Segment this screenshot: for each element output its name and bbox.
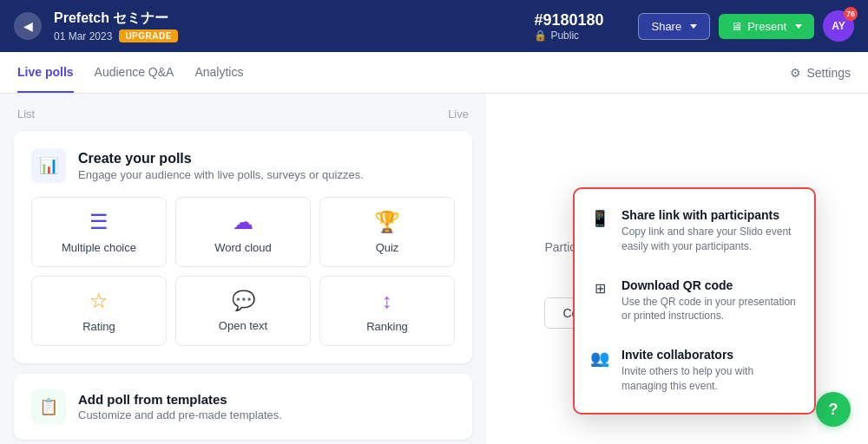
add-templates-card: 📋 Add poll from templates Customize and …: [14, 374, 472, 440]
rating-icon: ☆: [89, 289, 108, 313]
event-number: #9180180: [534, 11, 603, 29]
ranking-label: Ranking: [366, 320, 408, 333]
invite-desc: Invite others to help you with managing …: [621, 364, 799, 394]
dropdown-item-share-link[interactable]: 📱 Share link with participants Copy link…: [575, 196, 814, 266]
main-content: List Live 📊 Create your polls Engage you…: [0, 94, 868, 444]
avatar-notification-badge: 76: [844, 7, 858, 21]
share-label: Share: [651, 20, 681, 33]
word-cloud-label: Word cloud: [214, 241, 272, 254]
present-button[interactable]: 🖥 Present: [719, 14, 814, 39]
people-icon: 👥: [590, 349, 609, 368]
share-link-content: Share link with participants Copy link a…: [621, 208, 799, 254]
dropdown-item-invite[interactable]: 👥 Invite collaborators Invite others to …: [575, 336, 814, 406]
panel-header: List Live: [14, 108, 472, 121]
share-link-desc: Copy link and share your Slido event eas…: [621, 225, 799, 254]
create-polls-title: Create your polls: [78, 151, 364, 166]
tab-analytics-label: Analytics: [194, 65, 243, 79]
question-icon: ?: [829, 401, 838, 419]
back-button[interactable]: ◀: [14, 12, 42, 40]
avatar-initials: AY: [832, 20, 845, 32]
list-label: List: [17, 108, 35, 121]
poll-type-open-text[interactable]: 💬 Open text: [175, 276, 311, 346]
share-button[interactable]: Share: [638, 13, 710, 40]
poll-type-rating[interactable]: ☆ Rating: [31, 276, 167, 346]
help-button[interactable]: ?: [816, 392, 851, 427]
create-polls-description: Engage your audience with live polls, su…: [78, 168, 364, 181]
create-polls-text: Create your polls Engage your audience w…: [78, 151, 364, 181]
settings-label: Settings: [806, 66, 851, 80]
share-chevron-icon: [690, 24, 697, 29]
tab-live-polls-label: Live polls: [17, 65, 74, 79]
qr-code-desc: Use the QR code in your presentation or …: [621, 295, 799, 324]
word-cloud-icon: ☁: [233, 210, 253, 234]
share-link-title: Share link with participants: [621, 208, 799, 222]
app-header: ◀ Prefetch セミナー 01 Mar 2023 UPGRADE #918…: [0, 0, 868, 52]
settings-button[interactable]: ⚙ Settings: [790, 66, 851, 80]
event-visibility: 🔒 Public: [534, 29, 603, 42]
header-subtitle: 01 Mar 2023 UPGRADE: [54, 29, 499, 42]
present-chevron-icon: [795, 24, 802, 29]
quiz-icon: 🏆: [374, 210, 400, 234]
event-date: 01 Mar 2023: [54, 30, 112, 42]
tab-audience-qa[interactable]: Audience Q&A: [95, 52, 174, 93]
quiz-label: Quiz: [376, 241, 399, 254]
bar-chart-icon: 📊: [39, 156, 58, 175]
event-title: Prefetch セミナー: [54, 10, 499, 28]
live-label: Live: [448, 108, 469, 121]
qr-code-content: Download QR code Use the QR code in your…: [621, 278, 799, 324]
invite-title: Invite collaborators: [621, 348, 799, 362]
multiple-choice-icon: ☰: [89, 210, 108, 234]
poll-type-ranking[interactable]: ↕ Ranking: [319, 276, 455, 346]
mobile-icon: 📱: [590, 209, 609, 228]
templates-description: Customize and add pre-made templates.: [78, 408, 282, 421]
present-label: Present: [747, 20, 786, 33]
qr-code-title: Download QR code: [621, 278, 799, 292]
shield-icon: 🔒: [534, 29, 547, 42]
create-polls-card: 📊 Create your polls Engage your audience…: [14, 131, 472, 363]
multiple-choice-label: Multiple choice: [62, 241, 136, 254]
tab-audience-qa-label: Audience Q&A: [95, 65, 174, 79]
ranking-icon: ↕: [382, 289, 392, 313]
open-text-label: Open text: [219, 319, 267, 332]
poll-type-quiz[interactable]: 🏆 Quiz: [319, 197, 455, 267]
right-panel: Your Slido is scheduled Participants can…: [486, 94, 868, 444]
invite-content: Invite collaborators Invite others to he…: [621, 348, 799, 394]
poll-types-grid: ☰ Multiple choice ☁ Word cloud 🏆 Quiz ☆ …: [31, 197, 455, 346]
tab-live-polls[interactable]: Live polls: [17, 52, 74, 93]
monitor-icon: 🖥: [731, 20, 742, 33]
poll-type-multiple-choice[interactable]: ☰ Multiple choice: [31, 197, 167, 267]
header-title-area: Prefetch セミナー 01 Mar 2023 UPGRADE: [54, 10, 499, 42]
header-actions: Share 🖥 Present AY 76: [638, 10, 854, 42]
create-polls-header: 📊 Create your polls Engage your audience…: [31, 148, 455, 183]
visibility-label: Public: [550, 29, 579, 42]
rating-label: Rating: [82, 320, 115, 333]
clipboard-icon: 📋: [39, 397, 58, 416]
templates-text: Add poll from templates Customize and ad…: [78, 392, 282, 421]
poll-type-word-cloud[interactable]: ☁ Word cloud: [175, 197, 311, 267]
tab-analytics[interactable]: Analytics: [194, 52, 243, 93]
avatar[interactable]: AY 76: [823, 10, 854, 42]
templates-icon: 📋: [31, 389, 66, 424]
open-text-icon: 💬: [232, 290, 255, 312]
gear-icon: ⚙: [790, 66, 801, 80]
polls-icon: 📊: [31, 148, 66, 183]
nav-tabs: Live polls Audience Q&A Analytics ⚙ Sett…: [0, 52, 868, 94]
left-panel: List Live 📊 Create your polls Engage you…: [0, 94, 486, 444]
templates-title: Add poll from templates: [78, 392, 282, 407]
dropdown-item-qr-code[interactable]: ⊞ Download QR code Use the QR code in yo…: [575, 266, 814, 336]
upgrade-badge[interactable]: UPGRADE: [119, 29, 178, 42]
event-id-area: #9180180 🔒 Public: [534, 11, 603, 42]
qr-icon: ⊞: [590, 279, 609, 298]
back-icon: ◀: [23, 19, 33, 33]
share-dropdown: 📱 Share link with participants Copy link…: [573, 187, 816, 415]
